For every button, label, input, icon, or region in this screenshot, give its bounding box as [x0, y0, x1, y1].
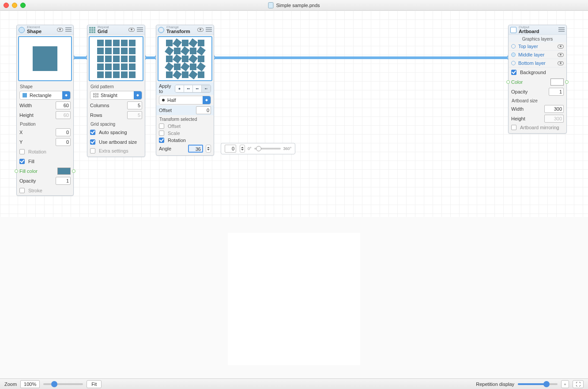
pattern-select[interactable]: Straight: [90, 91, 142, 100]
x-input[interactable]: 0: [56, 128, 71, 136]
panel-menu-icon[interactable]: [558, 27, 565, 33]
link-transform-artboard[interactable]: [213, 56, 509, 59]
zoom-value[interactable]: 100%: [20, 380, 40, 388]
autospacing-label: Auto spacing: [99, 130, 142, 135]
visibility-icon[interactable]: [128, 28, 135, 32]
transform-panel[interactable]: ChangeTransform Apply to ●▪▪▪▪▪▫ Half Of…: [156, 25, 214, 156]
scale-cb-label: Scale: [168, 131, 211, 136]
rotation-checkbox[interactable]: [159, 138, 164, 143]
input-port[interactable]: [506, 80, 510, 84]
layer-bottom[interactable]: Bottom layer: [509, 59, 566, 67]
useartboard-checkbox[interactable]: [90, 139, 95, 145]
seg-row[interactable]: ▪▪: [184, 85, 193, 92]
slider-track[interactable]: [254, 148, 281, 150]
seg-all[interactable]: ●: [175, 85, 184, 92]
autospacing-checkbox[interactable]: [90, 130, 95, 135]
scale-checkbox[interactable]: [159, 131, 164, 136]
background-checkbox[interactable]: [511, 70, 516, 75]
visibility-icon[interactable]: [558, 45, 564, 49]
close-window-button[interactable]: [4, 3, 9, 8]
zoom-label: Zoom: [4, 382, 17, 387]
offset-label: Offset: [159, 108, 194, 113]
view-single-button[interactable]: ▫: [561, 380, 569, 388]
panel-header[interactable]: OutputArtboard: [509, 25, 566, 35]
view-tiled-button[interactable]: ⛶: [573, 380, 584, 388]
pattern-preview-pane[interactable]: [0, 217, 588, 378]
link-grid-transform[interactable]: [144, 56, 157, 59]
layer-name: Bottom layer: [518, 60, 555, 66]
y-input[interactable]: 0: [56, 138, 71, 146]
rotation-checkbox[interactable]: [19, 149, 25, 154]
panel-header[interactable]: ElementShape: [17, 25, 73, 35]
shape-select[interactable]: Rectangle: [19, 91, 71, 100]
output-port[interactable]: [565, 80, 569, 84]
angle-input[interactable]: 36: [188, 145, 203, 153]
zoom-thumb[interactable]: [51, 381, 57, 387]
fit-button[interactable]: Fit: [87, 380, 102, 388]
input-port[interactable]: [15, 169, 18, 173]
ab-height-input[interactable]: 300: [544, 115, 564, 123]
stroke-checkbox[interactable]: [19, 188, 25, 193]
visibility-icon[interactable]: [558, 53, 564, 57]
layer-middle[interactable]: Middle layer: [509, 51, 566, 59]
opacity-input[interactable]: 1: [56, 177, 71, 185]
opacity-input[interactable]: 1: [549, 88, 564, 96]
stroke-label: Stroke: [28, 188, 71, 193]
artboard-panel[interactable]: OutputArtboard Graphics layers Top layer…: [508, 25, 567, 134]
angle-stepper[interactable]: [206, 145, 211, 153]
extra-checkbox[interactable]: [90, 148, 95, 153]
rotation-cb-label: Rotation: [168, 138, 211, 143]
node-canvas[interactable]: ElementShape Shape Rectangle Width60 Hei…: [0, 11, 588, 217]
repetition-slider[interactable]: [518, 383, 558, 385]
grid-panel[interactable]: RepeatGrid Grid pattern Straight Columns…: [87, 25, 145, 157]
layer-port[interactable]: [511, 61, 516, 65]
visibility-icon[interactable]: [558, 61, 564, 65]
repetition-thumb[interactable]: [543, 381, 550, 387]
panel-menu-icon[interactable]: [65, 27, 72, 33]
columns-input[interactable]: 5: [127, 101, 142, 109]
seg-col[interactable]: ▪▪: [193, 85, 202, 92]
link-shape-grid[interactable]: [72, 56, 88, 59]
shape-panel[interactable]: ElementShape Shape Rectangle Width60 Hei…: [16, 25, 74, 196]
seg-half[interactable]: ▪▫: [202, 85, 211, 92]
offset-checkbox[interactable]: [159, 123, 164, 129]
angle-slider-popover[interactable]: 0 0° 360°: [221, 143, 295, 154]
output-port[interactable]: [72, 169, 75, 173]
fill-checkbox[interactable]: [19, 159, 25, 164]
grid-preview: [89, 36, 143, 81]
ab-width-input[interactable]: 300: [544, 105, 564, 113]
panel-title: Shape: [27, 29, 41, 34]
width-label: Width: [19, 103, 54, 108]
panel-header[interactable]: ChangeTransform: [156, 25, 214, 35]
rows-input[interactable]: 5: [127, 111, 142, 119]
pattern-glyph-icon: [93, 93, 98, 97]
document-icon: [268, 2, 273, 8]
zoom-window-button[interactable]: [20, 3, 26, 8]
extra-label: Extra settings: [99, 148, 142, 153]
panel-menu-icon[interactable]: [137, 27, 143, 33]
color-swatch[interactable]: [550, 79, 564, 86]
layer-port[interactable]: [511, 44, 516, 49]
apply-segmented[interactable]: ●▪▪▪▪▪▫: [175, 85, 211, 93]
offset-input[interactable]: 0: [196, 106, 211, 114]
repetition-label: Repetition display: [476, 382, 514, 387]
layer-port[interactable]: [511, 52, 516, 57]
panel-title: Grid: [98, 29, 109, 34]
mirror-checkbox[interactable]: [511, 125, 516, 130]
angle-label: Angle: [159, 146, 186, 151]
zoom-slider[interactable]: [43, 383, 83, 385]
slider-thumb[interactable]: [256, 146, 261, 151]
visibility-icon[interactable]: [197, 28, 204, 32]
visibility-icon[interactable]: [57, 28, 63, 32]
height-input[interactable]: 60: [56, 111, 71, 119]
fillcolor-swatch[interactable]: [57, 168, 71, 175]
panel-menu-icon[interactable]: [206, 27, 212, 33]
slider-value[interactable]: 0: [225, 145, 236, 153]
minimize-window-button[interactable]: [12, 3, 17, 8]
layer-top[interactable]: Top layer: [509, 42, 566, 51]
columns-label: Columns: [90, 103, 125, 108]
apply-select[interactable]: Half: [159, 96, 211, 105]
width-input[interactable]: 60: [56, 101, 71, 109]
slider-stepper[interactable]: [240, 145, 245, 153]
panel-header[interactable]: RepeatGrid: [87, 25, 145, 35]
